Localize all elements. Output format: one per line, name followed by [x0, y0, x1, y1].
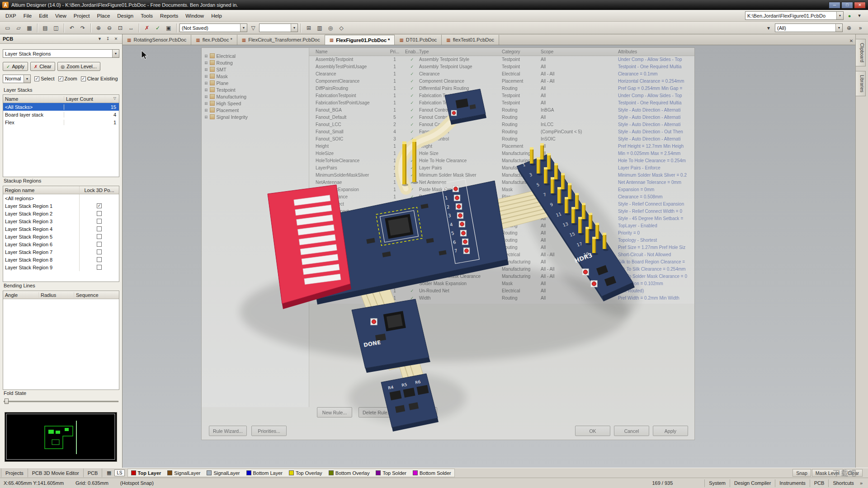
slider-track[interactable]	[4, 401, 118, 402]
fold-state-slider[interactable]	[4, 399, 118, 404]
more-panels-icon[interactable]: »	[858, 480, 864, 486]
lock-3d-checkbox[interactable]	[97, 203, 102, 208]
pcb-3d-viewport[interactable]: ⊞ Electrical ⊞ Routing	[123, 45, 855, 468]
checkbox[interactable]	[58, 76, 63, 81]
chevron-down-icon[interactable]: ▼	[240, 24, 247, 32]
minimize-button[interactable]: ─	[829, 2, 840, 9]
panel-tab-button[interactable]: PCB	[84, 469, 103, 477]
select-icon[interactable]: ▣	[164, 23, 174, 33]
scope-filter-combo[interactable]: (All) ▼	[775, 23, 843, 32]
menu-item[interactable]: Reports	[156, 12, 182, 20]
column-header-layer-count[interactable]: Layer Count	[66, 96, 93, 102]
clear-filter-icon[interactable]: ✗	[142, 23, 152, 33]
not-saved-combo[interactable]: (Not Saved) ▼	[179, 23, 247, 32]
document-tab[interactable]: ▦ FlexFigure01.PcbDoc *	[325, 35, 395, 45]
apply-button[interactable]: ✓Apply	[3, 62, 28, 71]
checkbox[interactable]	[81, 76, 86, 81]
stackup-region-row[interactable]: Layer Stack Region 8	[3, 256, 119, 263]
layer-tab[interactable]: Top Solder	[373, 469, 410, 477]
column-header-angle[interactable]: Angle	[3, 292, 38, 298]
clear-existing-checkbox[interactable]: Clear Existing	[81, 76, 118, 81]
chevron-down-icon[interactable]: ▼	[836, 12, 843, 19]
layer-tab[interactable]: Bottom Overlay	[326, 469, 373, 477]
zoom-level-button[interactable]: ◎Zoom Level...	[57, 62, 100, 71]
menu-item[interactable]: Project	[70, 12, 94, 20]
main-ic-chip[interactable]	[385, 214, 413, 239]
stackup-region-row[interactable]: Layer Stack Region 4	[3, 225, 119, 233]
layer-tab[interactable]: Bottom Layer	[243, 469, 286, 477]
chevron-down-icon[interactable]: ▾	[855, 12, 863, 20]
status-panel-button[interactable]: Shortcuts	[828, 479, 858, 487]
open-icon[interactable]: ▱	[14, 23, 24, 33]
stackup-region-row[interactable]: Layer Stack Region 6	[3, 240, 119, 248]
stackup-region-row[interactable]: Layer Stack Region 9	[3, 263, 119, 271]
close-document-icon[interactable]: ✕	[847, 37, 855, 45]
route-icon[interactable]: ◇	[336, 23, 346, 33]
panel-tab-button[interactable]: Projects	[1, 469, 28, 477]
lock-3d-checkbox[interactable]	[97, 211, 102, 216]
chevron-down-icon[interactable]: ▼	[112, 50, 119, 57]
new-document-icon[interactable]: ▭	[3, 23, 13, 33]
layer-tab[interactable]: SignalLayer	[203, 469, 243, 477]
column-header-region-name[interactable]: Region name	[3, 188, 79, 193]
chevron-down-icon[interactable]: ▼	[835, 24, 842, 32]
layer-stack-row[interactable]: <All Stacks> 15	[3, 103, 119, 111]
flex-pcb-3d-scene[interactable]: 1 3 5 7 9 11 13 15 17 19 HDR3	[123, 45, 855, 468]
maximize-button[interactable]: □	[841, 2, 853, 9]
apply-filter-icon[interactable]: ✓	[153, 23, 163, 33]
document-tab[interactable]: ▦ flex.PcbDoc *	[191, 35, 237, 45]
grid-icon[interactable]: ⊞	[304, 23, 314, 33]
document-path-combo[interactable]: K:\Ben.Jordan\FlexFigure01.PcbDo ▼	[745, 11, 844, 20]
highlight-mode-dropdown[interactable]: Normal ▼	[3, 75, 31, 83]
layer-tab[interactable]: SignalLayer	[164, 469, 203, 477]
panel-mode-dropdown[interactable]: Layer Stack Regions ▼	[3, 49, 119, 58]
print-preview-icon[interactable]: ◫	[51, 23, 61, 33]
menu-item[interactable]: Design	[113, 12, 137, 20]
chevron-down-icon[interactable]: ▾	[764, 23, 774, 33]
lock-3d-checkbox[interactable]	[97, 219, 102, 224]
filter-icon[interactable]: ▽	[248, 23, 258, 33]
clear-button[interactable]: ✗Clear	[30, 62, 55, 71]
chevron-down-icon[interactable]: ▼	[24, 75, 30, 83]
stackup-region-row[interactable]: Layer Stack Region 2	[3, 210, 119, 217]
document-tab[interactable]: ▦ RotatingSensor.PcbDoc	[123, 35, 191, 45]
print-icon[interactable]: ▤	[40, 23, 50, 33]
close-button[interactable]: ✕	[854, 2, 866, 9]
column-header-name[interactable]: Name	[3, 96, 64, 102]
lock-3d-checkbox[interactable]	[97, 234, 102, 239]
variant-combo[interactable]: ▼	[259, 23, 298, 32]
via-icon[interactable]: ◎	[326, 23, 335, 33]
menu-item[interactable]: File	[20, 12, 36, 20]
select-checkbox[interactable]: Select	[34, 76, 55, 81]
pan-icon[interactable]: ↔	[126, 23, 136, 33]
side-panel-tab[interactable]: Libraries	[856, 71, 866, 96]
zoom-out-icon[interactable]: ⊖	[104, 23, 114, 33]
stackup-region-row[interactable]: Layer Stack Region 5	[3, 233, 119, 240]
checkbox[interactable]	[34, 76, 39, 81]
menu-item[interactable]: Edit	[35, 12, 52, 20]
lock-3d-checkbox[interactable]	[97, 226, 102, 231]
layer-tab[interactable]: Top Layer	[128, 469, 165, 477]
panel-menu-icon[interactable]: ▼	[96, 36, 103, 42]
document-tab[interactable]: ▦ DT01.PcbDoc	[395, 35, 442, 45]
red-connector-board[interactable]	[268, 185, 351, 309]
document-tab[interactable]: ▦ FlexCircuit_Transformer.PcbDoc	[237, 35, 325, 45]
layer-tab[interactable]: Top Overlay	[286, 469, 326, 477]
snap-option-button[interactable]: Snap	[793, 469, 811, 477]
chevron-down-icon[interactable]: ▼	[291, 24, 297, 32]
zoom-in-icon[interactable]: ⊕	[94, 23, 104, 33]
status-panel-button[interactable]: Design Compiler	[730, 479, 775, 487]
stackup-region-row[interactable]: Layer Stack Region 1	[3, 202, 119, 210]
lock-3d-checkbox[interactable]	[97, 257, 102, 262]
stackup-region-row[interactable]: Layer Stack Region 3	[3, 217, 119, 225]
layer-set-icon[interactable]: ▦	[105, 469, 113, 477]
toolbar-overflow-icon[interactable]: »	[855, 23, 865, 33]
menu-item[interactable]: DXP	[2, 12, 20, 20]
zoom-fit-icon[interactable]: ⊡	[115, 23, 125, 33]
status-panel-button[interactable]: System	[704, 479, 730, 487]
lock-3d-checkbox[interactable]	[97, 242, 102, 247]
top-flex-board[interactable]	[445, 89, 486, 125]
slider-handle[interactable]	[5, 399, 9, 404]
layer-tab[interactable]: Bottom Solder	[410, 469, 454, 477]
menu-item[interactable]: Help	[208, 12, 226, 20]
